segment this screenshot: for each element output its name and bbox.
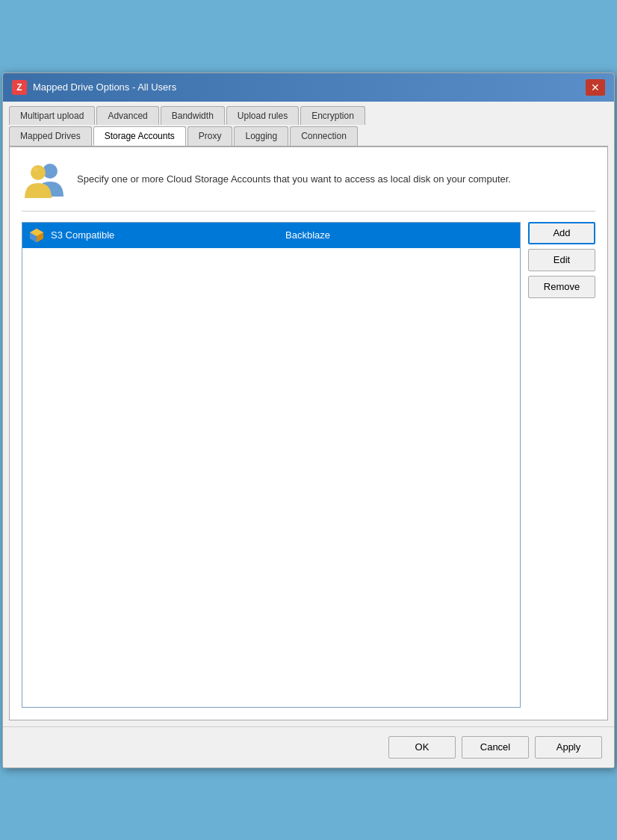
action-buttons: Add Edit Remove <box>528 222 595 708</box>
storage-accounts-list[interactable]: S3 Compatible Backblaze <box>22 222 521 708</box>
app-icon: Z <box>12 80 27 95</box>
footer: OK Cancel Apply <box>3 726 614 768</box>
users-icon <box>22 159 66 200</box>
list-item-provider: Backblaze <box>285 229 514 241</box>
tab-storage-accounts[interactable]: Storage Accounts <box>93 126 186 146</box>
dialog-window: Z Mapped Drive Options - All Users ✕ Mul… <box>2 72 615 768</box>
tab-encryption[interactable]: Encryption <box>300 106 365 125</box>
remove-button[interactable]: Remove <box>528 276 595 298</box>
list-item-type: S3 Compatible <box>51 229 279 241</box>
tab-mapped-drives[interactable]: Mapped Drives <box>9 126 92 146</box>
s3-icon <box>28 227 45 244</box>
tab-connection[interactable]: Connection <box>290 126 358 146</box>
info-description: Specify one or more Cloud Storage Accoun… <box>77 172 511 187</box>
info-section: Specify one or more Cloud Storage Accoun… <box>22 159 595 211</box>
tabs-row1: Multipart upload Advanced Bandwidth Uplo… <box>3 102 614 125</box>
content-area: Specify one or more Cloud Storage Accoun… <box>9 146 608 720</box>
title-bar-left: Z Mapped Drive Options - All Users <box>12 80 176 95</box>
list-area-container: S3 Compatible Backblaze Add Edit Remove <box>22 222 595 708</box>
tab-logging[interactable]: Logging <box>234 126 288 146</box>
tabs-row2: Mapped Drives Storage Accounts Proxy Log… <box>3 125 614 146</box>
cancel-button[interactable]: Cancel <box>462 736 529 759</box>
tab-advanced[interactable]: Advanced <box>96 106 158 125</box>
edit-button[interactable]: Edit <box>528 249 595 271</box>
tab-proxy[interactable]: Proxy <box>187 126 233 146</box>
ok-button[interactable]: OK <box>388 736 456 759</box>
tab-bandwidth[interactable]: Bandwidth <box>161 106 225 125</box>
add-button[interactable]: Add <box>528 222 595 244</box>
svg-point-1 <box>31 165 46 180</box>
close-button[interactable]: ✕ <box>586 79 605 96</box>
apply-button[interactable]: Apply <box>535 736 602 759</box>
tab-upload-rules[interactable]: Upload rules <box>226 106 299 125</box>
title-bar: Z Mapped Drive Options - All Users ✕ <box>3 73 614 102</box>
tab-multipart-upload[interactable]: Multipart upload <box>9 106 95 125</box>
window-title: Mapped Drive Options - All Users <box>33 81 176 93</box>
svg-point-2 <box>33 167 39 172</box>
list-item[interactable]: S3 Compatible Backblaze <box>22 223 520 248</box>
